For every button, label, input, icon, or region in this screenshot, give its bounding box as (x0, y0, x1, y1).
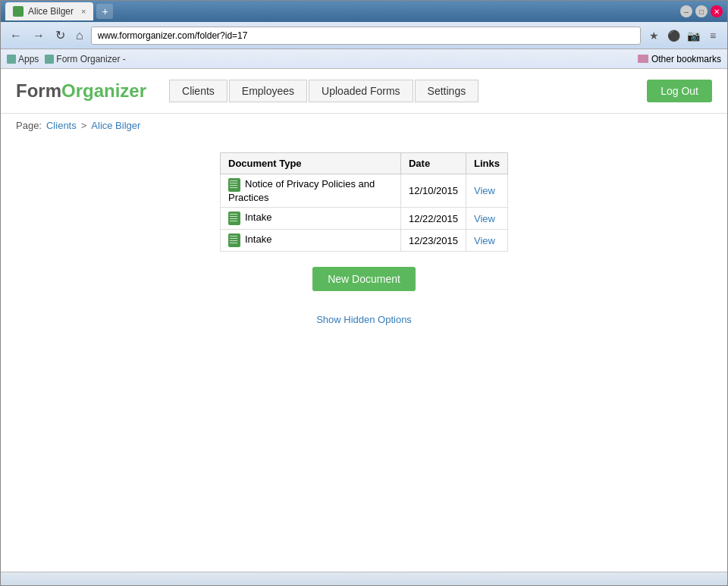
browser-window: Alice Bilger × + – □ ✕ ← → ↻ ⌂ ★ ⚫ 📷 ≡ A… (0, 0, 728, 586)
title-bar: Alice Bilger × + – □ ✕ (1, 1, 727, 22)
menu-btn[interactable]: ≡ (704, 27, 721, 44)
app-logo: FormOrganizer (16, 80, 146, 102)
maximize-btn[interactable]: □ (695, 5, 708, 17)
status-bar (1, 572, 727, 585)
doc-type-cell: Intake (221, 230, 401, 252)
new-tab-btn[interactable]: + (96, 4, 113, 19)
other-bookmarks-label: Other bookmarks (651, 54, 721, 64)
bookmark-form-organizer[interactable]: Form Organizer - (45, 54, 125, 64)
folder-icon (638, 55, 648, 63)
active-tab[interactable]: Alice Bilger × (5, 2, 93, 20)
breadcrumb: Page: Clients > Alice Bilger (1, 114, 727, 137)
tab-bar: Alice Bilger × + (5, 2, 676, 20)
form-organizer-icon (45, 55, 54, 64)
doc-date-cell: 12/10/2015 (400, 174, 466, 208)
nav-settings[interactable]: Settings (415, 80, 479, 102)
doc-link-cell: View (466, 208, 508, 230)
doc-icon (228, 178, 240, 192)
breadcrumb-separator: > (81, 120, 87, 131)
page-content: FormOrganizer Clients Employees Uploaded… (1, 69, 727, 572)
tab-title: Alice Bilger (28, 6, 74, 17)
breadcrumb-current: Alice Bilger (91, 120, 140, 131)
breadcrumb-clients-link[interactable]: Clients (46, 120, 77, 131)
doc-type-cell: Intake (221, 208, 401, 230)
doc-link-cell: View (466, 230, 508, 252)
col-header-document-type: Document Type (221, 153, 401, 174)
app-container: FormOrganizer Clients Employees Uploaded… (1, 69, 727, 572)
view-link[interactable]: View (474, 235, 495, 246)
bookmark-btn[interactable]: ★ (645, 27, 662, 44)
doc-date-cell: 12/22/2015 (400, 208, 466, 230)
doc-icon (228, 233, 240, 247)
table-row: Notice of Privacy Policies and Practices… (221, 174, 508, 208)
navigation-bar: ← → ↻ ⌂ ★ ⚫ 📷 ≡ (1, 22, 727, 49)
apps-label: Apps (18, 54, 39, 64)
bookmark-apps[interactable]: Apps (7, 54, 39, 64)
window-controls: – □ ✕ (680, 5, 723, 17)
home-btn[interactable]: ⌂ (73, 27, 86, 44)
doc-type-cell: Notice of Privacy Policies and Practices (221, 174, 401, 208)
doc-icon (228, 212, 240, 225)
nav-clients[interactable]: Clients (169, 80, 228, 102)
col-header-links: Links (466, 153, 508, 174)
camera-btn[interactable]: 📷 (685, 27, 701, 44)
bookmarks-bar: Apps Form Organizer - Other bookmarks (1, 49, 727, 69)
view-link[interactable]: View (474, 185, 495, 196)
logo-organizer: Organizer (61, 80, 146, 101)
table-row: Intake12/22/2015View (221, 208, 508, 230)
nav-employees[interactable]: Employees (229, 80, 307, 102)
logout-btn[interactable]: Log Out (647, 80, 712, 102)
form-organizer-label: Form Organizer - (56, 54, 125, 64)
minimize-btn[interactable]: – (680, 5, 692, 17)
tab-favicon (13, 6, 24, 17)
apps-icon (7, 55, 16, 64)
documents-table: Document Type Date Links Notice of Priva… (220, 152, 508, 252)
table-row: Intake12/23/2015View (221, 230, 508, 252)
stop-btn[interactable]: ⚫ (665, 27, 682, 44)
close-window-btn[interactable]: ✕ (711, 5, 723, 17)
show-hidden-options-link[interactable]: Show Hidden Options (316, 314, 412, 325)
doc-date-cell: 12/23/2015 (400, 230, 466, 252)
view-link[interactable]: View (474, 213, 495, 224)
nav-icons: ★ ⚫ 📷 ≡ (645, 27, 721, 44)
nav-uploaded-forms[interactable]: Uploaded Forms (309, 80, 413, 102)
address-bar[interactable] (91, 27, 641, 45)
forward-btn[interactable]: → (30, 27, 48, 44)
col-header-date: Date (400, 153, 466, 174)
new-document-btn[interactable]: New Document (312, 267, 416, 291)
main-content: Document Type Date Links Notice of Priva… (1, 137, 727, 340)
reload-btn[interactable]: ↻ (52, 27, 68, 44)
main-nav: Clients Employees Uploaded Forms Setting… (169, 80, 479, 102)
other-bookmarks[interactable]: Other bookmarks (638, 54, 721, 64)
back-btn[interactable]: ← (7, 27, 25, 44)
logo-form: Form (16, 80, 61, 101)
page-label: Page: (16, 120, 42, 131)
doc-link-cell: View (466, 174, 508, 208)
tab-close-btn[interactable]: × (81, 7, 86, 16)
app-header: FormOrganizer Clients Employees Uploaded… (1, 69, 727, 114)
